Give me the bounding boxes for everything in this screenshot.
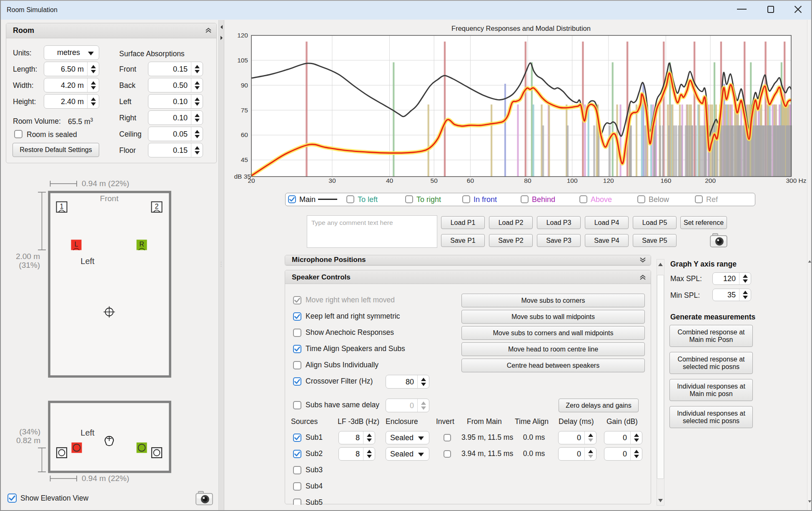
svg-text:90: 90 [241, 82, 248, 89]
svg-text:160: 160 [660, 177, 671, 184]
svg-text:(34%): (34%) [19, 427, 40, 436]
svg-text:120: 120 [237, 32, 248, 39]
svg-text:60: 60 [241, 131, 248, 138]
svg-text:L: L [75, 241, 78, 248]
svg-text:200: 200 [705, 177, 716, 184]
svg-text:Left: Left [80, 257, 95, 266]
svg-text:2: 2 [155, 203, 159, 210]
svg-text:0.82 m: 0.82 m [16, 436, 40, 445]
svg-text:60: 60 [467, 177, 474, 184]
svg-text:300 Hz: 300 Hz [786, 177, 806, 184]
svg-text:105: 105 [237, 57, 248, 64]
svg-text:100: 100 [567, 177, 578, 184]
svg-text:30: 30 [328, 177, 336, 184]
svg-text:(31%): (31%) [19, 261, 40, 269]
svg-text:80: 80 [524, 177, 531, 184]
svg-text:Left: Left [80, 428, 95, 437]
svg-text:120: 120 [603, 177, 614, 184]
svg-text:R: R [139, 241, 144, 248]
svg-text:1: 1 [60, 203, 64, 210]
svg-text:50: 50 [431, 177, 438, 184]
svg-text:0.94 m (22%): 0.94 m (22%) [82, 474, 129, 483]
svg-text:45: 45 [241, 156, 248, 163]
svg-text:2.00 m: 2.00 m [16, 252, 40, 261]
svg-text:75: 75 [241, 107, 248, 114]
svg-text:Front: Front [100, 194, 119, 203]
svg-text:40: 40 [386, 177, 393, 184]
svg-text:0.94 m (22%): 0.94 m (22%) [82, 179, 129, 188]
svg-text:Frequency Responses and Modal: Frequency Responses and Modal Distributi… [451, 25, 591, 32]
svg-text:dB 35: dB 35 [234, 173, 251, 180]
